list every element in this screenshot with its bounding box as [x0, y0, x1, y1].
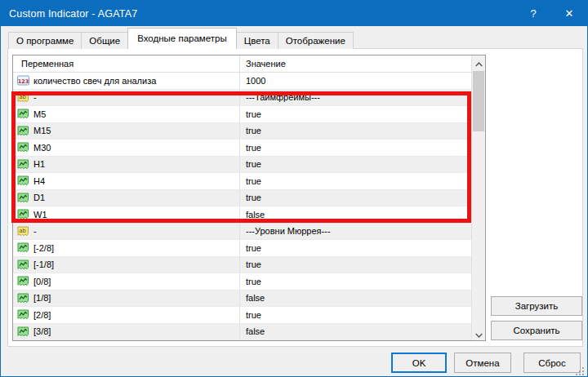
save-button[interactable]: Сохранить	[491, 321, 582, 340]
text-icon: ab	[17, 226, 29, 237]
column-header-value[interactable]: Значение	[240, 55, 471, 72]
param-name: [-2/8]	[33, 243, 54, 253]
load-button[interactable]: Загрузить	[491, 296, 582, 316]
param-name: H4	[33, 176, 45, 186]
table-row[interactable]: ab----Уровни Мюррея---	[13, 224, 471, 241]
param-value[interactable]: true	[240, 307, 471, 323]
param-name-cell: [-1/8]	[13, 257, 240, 273]
svg-text:ab: ab	[19, 94, 26, 100]
table-row[interactable]: W1false	[13, 206, 471, 224]
table-row[interactable]: 123количество свеч для анализа1000	[13, 73, 471, 90]
chart-icon	[17, 209, 29, 220]
tab-bar: О программеОбщиеВходные параметрыЦветаОт…	[8, 28, 354, 49]
param-name: M30	[33, 143, 51, 153]
table-row[interactable]: M5true	[13, 106, 471, 123]
param-name-cell: M15	[13, 123, 240, 140]
param-value[interactable]: true	[240, 257, 471, 273]
param-name-cell: W1	[13, 206, 240, 223]
param-name: M15	[33, 126, 51, 135]
table-row[interactable]: [1/8]false	[13, 291, 471, 308]
cancel-button[interactable]: Отмена	[454, 353, 511, 373]
reset-button[interactable]: Сброс	[523, 353, 581, 373]
chart-icon	[17, 175, 29, 186]
param-value[interactable]: ---Таймфреймы---	[240, 90, 471, 106]
resize-grip[interactable]	[576, 365, 585, 374]
param-value[interactable]: ---Уровни Мюррея---	[240, 224, 471, 240]
param-value[interactable]: false	[240, 206, 471, 223]
param-name-cell: M5	[13, 106, 240, 122]
svg-text:ab: ab	[19, 228, 26, 234]
table-row[interactable]: ab----Таймфреймы---	[13, 90, 471, 107]
params-table: Переменная Значение 123количество свеч д…	[12, 55, 486, 341]
param-name: -	[33, 226, 37, 236]
chart-icon	[17, 309, 29, 320]
param-value[interactable]: false	[240, 291, 471, 307]
chart-icon	[17, 142, 29, 153]
param-name-cell: D1	[13, 190, 240, 206]
param-name-cell: H4	[13, 173, 240, 189]
param-name: D1	[33, 193, 45, 202]
param-name-cell: [-2/8]	[13, 240, 240, 256]
param-value[interactable]: true	[240, 106, 471, 122]
param-name: [2/8]	[33, 310, 51, 320]
param-value[interactable]: false	[240, 324, 471, 340]
param-value[interactable]: true	[240, 273, 471, 290]
table-row[interactable]: [3/8]false	[13, 324, 471, 341]
table-row[interactable]: H1true	[13, 157, 471, 174]
param-name: [3/8]	[33, 326, 51, 336]
table-row[interactable]: [0/8]true	[13, 273, 471, 291]
help-button[interactable]: ?	[515, 1, 551, 26]
table-header: Переменная Значение	[13, 55, 471, 73]
scrollbar[interactable]	[471, 55, 485, 340]
chart-icon	[17, 193, 29, 203]
param-name-cell: H1	[13, 157, 240, 173]
window-title: Custom Indicator - AGATA7	[9, 8, 137, 20]
chart-icon	[17, 326, 29, 337]
params-table-content: Переменная Значение 123количество свеч д…	[13, 55, 471, 340]
chart-icon	[17, 293, 29, 304]
table-row[interactable]: [2/8]true	[13, 307, 471, 324]
param-value[interactable]: true	[240, 140, 471, 156]
scrollbar-thumb[interactable]	[473, 71, 484, 131]
table-body: 123количество свеч для анализа1000ab----…	[13, 73, 471, 340]
table-row[interactable]: H4true	[13, 173, 471, 190]
column-header-variable[interactable]: Переменная	[13, 55, 240, 72]
numeric-icon: 123	[17, 75, 29, 86]
param-name: W1	[33, 210, 47, 220]
tab-common[interactable]: Общие	[81, 32, 128, 49]
param-value[interactable]: true	[240, 157, 471, 173]
param-name-cell: ab-	[13, 224, 240, 240]
table-row[interactable]: [-2/8]true	[13, 240, 471, 257]
table-row[interactable]: [-1/8]true	[13, 257, 471, 274]
scroll-down-button[interactable]	[472, 326, 485, 340]
table-row[interactable]: M30true	[13, 140, 471, 157]
svg-text:123: 123	[18, 78, 29, 85]
table-row[interactable]: D1true	[13, 190, 471, 207]
title-bar[interactable]: Custom Indicator - AGATA7 ? ✕	[1, 1, 587, 26]
param-name: [1/8]	[33, 293, 51, 303]
chart-icon	[17, 126, 29, 136]
tab-about[interactable]: О программе	[8, 32, 82, 49]
param-value[interactable]: true	[240, 240, 471, 256]
scroll-up-button[interactable]	[472, 55, 485, 69]
table-row[interactable]: M15true	[13, 123, 471, 140]
dialog-window: Custom Indicator - AGATA7 ? ✕ О программ…	[0, 0, 588, 377]
chart-icon	[17, 159, 29, 170]
param-value[interactable]: 1000	[240, 73, 471, 89]
ok-button[interactable]: OK	[391, 353, 447, 373]
titlebar-buttons: ? ✕	[515, 1, 587, 26]
chevron-up-icon	[475, 55, 483, 70]
param-name-cell: [2/8]	[13, 307, 240, 323]
chart-icon	[17, 242, 29, 253]
tab-display[interactable]: Отображение	[278, 32, 354, 49]
tab-colors[interactable]: Цвета	[236, 32, 278, 49]
param-value[interactable]: true	[240, 190, 471, 206]
param-name: [-1/8]	[33, 259, 54, 269]
param-value[interactable]: true	[240, 123, 471, 140]
tab-input-parameters[interactable]: Входные параметры	[127, 28, 237, 49]
param-name-cell: ab-	[13, 90, 240, 106]
close-button[interactable]: ✕	[551, 1, 587, 26]
param-name-cell: M30	[13, 140, 240, 156]
param-value[interactable]: true	[240, 173, 471, 189]
text-icon: ab	[17, 92, 29, 103]
